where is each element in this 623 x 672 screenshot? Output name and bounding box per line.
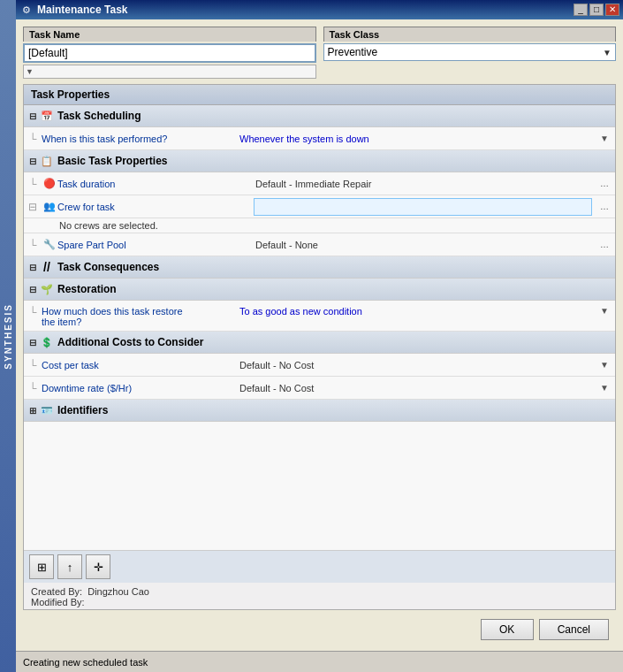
crew-for-task-row: ⊟ 👥 Crew for task … — [24, 195, 615, 218]
panel-header: Task Properties — [24, 85, 615, 105]
meta-info: Created By: Dingzhou Cao Modified By: — [24, 583, 615, 609]
identifiers-section[interactable]: ⊞ 🪪 Identifiers — [24, 400, 615, 422]
synthesis-label: SYNTHESIS — [4, 303, 13, 370]
move-up-button[interactable]: ↑ — [57, 554, 82, 579]
task-name-label: Task Name — [23, 27, 316, 42]
task-duration-label: Task duration — [57, 175, 252, 193]
task-scheduling-expand-icon[interactable]: ⊟ — [29, 111, 36, 121]
add-icon: ⊞ — [37, 561, 47, 574]
no-crews-row: No crews are selected. — [24, 218, 615, 233]
modified-by-label: Modified By: — [31, 597, 85, 607]
cost-per-task-label: Cost per task — [42, 356, 236, 374]
status-bar: Creating new scheduled task — [16, 651, 623, 672]
task-scheduling-section[interactable]: ⊟ 📅 Task Scheduling — [24, 105, 615, 127]
task-name-group: Task Name ▼ — [23, 27, 316, 79]
window-title: Maintenance Task — [37, 4, 574, 16]
downtime-rate-row: └ Downtime rate ($/Hr) Default - No Cost… — [24, 377, 615, 400]
task-duration-value: Default - Immediate Repair — [252, 175, 594, 193]
indent-3: ⊟ — [24, 201, 42, 213]
panel-content: ⊟ 📅 Task Scheduling └ When is this task … — [24, 105, 615, 550]
created-by-label: Created By: — [31, 586, 82, 597]
ok-button[interactable]: OK — [481, 619, 534, 640]
restoration-section[interactable]: ⊟ 🌱 Restoration — [24, 279, 615, 301]
synthesis-bar: SYNTHESIS — [0, 0, 16, 672]
insert-icon: ✛ — [94, 561, 103, 574]
task-class-dropdown[interactable]: Preventive ▼ — [323, 43, 617, 61]
restoration-value: To as good as new condition — [236, 304, 594, 320]
indent-4: └ — [24, 239, 42, 251]
indent-1: └ — [24, 133, 42, 145]
additional-costs-expand-icon[interactable]: ⊟ — [29, 338, 36, 347]
task-name-sub-arrow-icon: ▼ — [26, 67, 34, 76]
title-bar: ⚙ Maintenance Task _ □ ✕ — [16, 0, 623, 19]
task-scheduling-label: Task Scheduling — [57, 110, 141, 122]
crew-label: Crew for task — [57, 198, 252, 216]
restoration-row: └ How much does this task restorethe ite… — [24, 301, 615, 332]
downtime-rate-dropdown-icon[interactable]: ▼ — [594, 383, 615, 393]
indent-7: └ — [24, 382, 42, 394]
task-class-arrow-icon: ▼ — [603, 48, 612, 57]
properties-panel: Task Properties ⊟ 📅 Task Scheduling └ Wh… — [23, 84, 616, 610]
basic-task-expand-icon[interactable]: ⊟ — [29, 157, 36, 166]
cost-per-task-dropdown-icon[interactable]: ▼ — [594, 360, 615, 370]
identifiers-expand-icon[interactable]: ⊞ — [29, 406, 36, 416]
window-icon: ⚙ — [19, 3, 34, 17]
task-duration-ellipsis-icon[interactable]: … — [594, 179, 615, 188]
task-name-input-wrap — [23, 43, 316, 63]
crew-ellipsis-icon[interactable]: … — [594, 202, 615, 211]
task-consequences-expand-icon[interactable]: ⊟ — [29, 263, 36, 272]
restoration-dropdown-icon[interactable]: ▼ — [594, 304, 615, 316]
restoration-icon: 🌱 — [40, 282, 54, 296]
identifiers-label: Identifiers — [57, 404, 108, 416]
additional-costs-icon: 💲 — [40, 335, 54, 349]
when-performed-value: Whenever the system is down — [236, 130, 594, 148]
basic-task-section[interactable]: ⊟ 📋 Basic Task Properties — [24, 150, 615, 172]
task-class-label: Task Class — [323, 27, 617, 42]
when-performed-dropdown-icon[interactable]: ▼ — [594, 134, 615, 143]
crew-input[interactable] — [254, 198, 592, 216]
spare-part-row: └ 🔧 Spare Part Pool Default - None … — [24, 233, 615, 256]
top-fields: Task Name ▼ Task Class Preventive ▼ — [23, 27, 616, 79]
crew-input-cell — [252, 196, 594, 218]
spare-part-label: Spare Part Pool — [57, 236, 252, 254]
task-duration-icon: 🔴 — [42, 178, 57, 189]
cancel-button[interactable]: Cancel — [539, 619, 609, 640]
task-name-sub-dropdown[interactable]: ▼ — [23, 65, 316, 79]
spare-part-icon: 🔧 — [42, 239, 57, 250]
additional-costs-label: Additional Costs to Consider — [57, 336, 203, 348]
dialog-buttons: OK Cancel — [23, 615, 616, 644]
close-button[interactable]: ✕ — [605, 4, 619, 16]
indent-2: └ — [24, 178, 42, 190]
task-consequences-section[interactable]: ⊟ // Task Consequences — [24, 256, 615, 279]
modified-by-line: Modified By: — [31, 597, 608, 607]
identifiers-icon: 🪪 — [40, 403, 54, 417]
bottom-toolbar: ⊞ ↑ ✛ — [24, 550, 615, 583]
maximize-button[interactable]: □ — [589, 4, 604, 16]
task-consequences-icon: // — [40, 260, 54, 274]
task-consequences-label: Task Consequences — [57, 261, 159, 273]
add-button[interactable]: ⊞ — [29, 554, 54, 579]
task-name-input[interactable] — [28, 47, 311, 59]
no-crews-text: No crews are selected. — [59, 220, 158, 231]
task-class-group: Task Class Preventive ▼ — [323, 27, 617, 79]
cost-per-task-value: Default - No Cost — [236, 356, 594, 374]
spare-part-ellipsis-icon[interactable]: … — [594, 240, 615, 249]
cost-per-task-row: └ Cost per task Default - No Cost ▼ — [24, 354, 615, 377]
insert-button[interactable]: ✛ — [86, 554, 110, 579]
restoration-label: Restoration — [57, 283, 117, 295]
indent-6: └ — [24, 359, 42, 371]
task-class-value: Preventive — [328, 46, 378, 58]
move-up-icon: ↑ — [67, 561, 73, 574]
restoration-how-label: How much does this task restorethe item? — [42, 304, 236, 331]
minimize-button[interactable]: _ — [574, 4, 588, 16]
additional-costs-section[interactable]: ⊟ 💲 Additional Costs to Consider — [24, 332, 615, 354]
restoration-expand-icon[interactable]: ⊟ — [29, 285, 36, 294]
crew-icon: 👥 — [42, 201, 57, 212]
task-duration-row: └ 🔴 Task duration Default - Immediate Re… — [24, 172, 615, 195]
downtime-rate-value: Default - No Cost — [236, 379, 594, 397]
created-by-value: Dingzhou Cao — [87, 586, 149, 597]
spare-part-value: Default - None — [252, 236, 594, 254]
basic-task-icon: 📋 — [40, 154, 54, 168]
task-scheduling-icon: 📅 — [40, 109, 54, 123]
basic-task-label: Basic Task Properties — [57, 155, 168, 167]
